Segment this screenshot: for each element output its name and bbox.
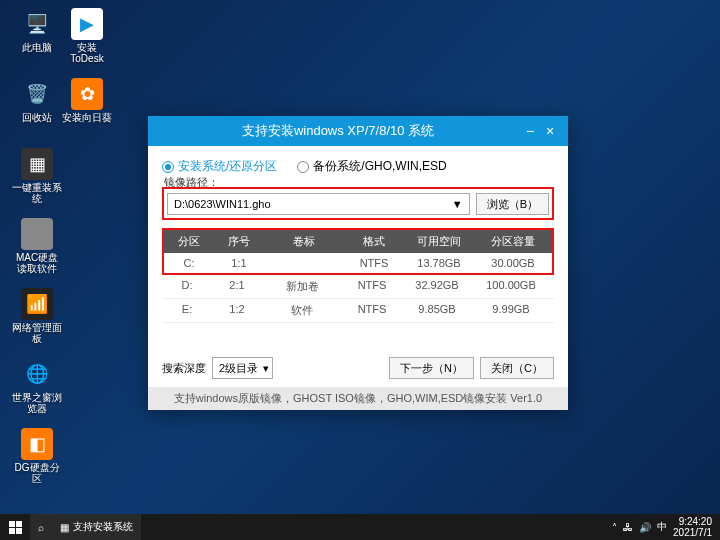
app-icon: ▦ [60,522,69,533]
path-label: 镜像路径： [164,175,219,190]
col-header: 可用空间 [404,234,474,249]
tray-network-icon[interactable]: 🖧 [623,522,633,533]
col-header: 卷标 [264,234,344,249]
radio-icon [162,161,174,173]
close-dialog-button[interactable]: 关闭（C） [480,357,554,379]
image-path-row: 镜像路径： D:\0623\WIN11.gho ▼ 浏览（B） [162,187,554,220]
desktop-icon-2[interactable]: 🗑️回收站 [12,78,62,123]
title-bar[interactable]: 支持安装windows XP/7/8/10 系统 − × [148,116,568,146]
close-button[interactable]: × [540,123,560,139]
minimize-button[interactable]: − [520,123,540,139]
col-header: 序号 [214,234,264,249]
taskbar-clock[interactable]: 9:24:20 2021/7/1 [673,516,712,538]
partition-table: 分区序号卷标格式可用空间分区容量 C:1:1NTFS13.78GB30.00GB… [162,228,554,343]
tray-ime-icon[interactable]: 中 [657,520,667,534]
desktop-icon-1[interactable]: ▶安装ToDesk [62,8,112,64]
col-header: 分区容量 [474,234,552,249]
col-header: 格式 [344,234,404,249]
radio-backup[interactable]: 备份系统/GHO,WIN,ESD [297,158,446,175]
col-header: 分区 [164,234,214,249]
table-row[interactable]: D:2:1新加卷NTFS32.92GB100.00GB [162,275,554,299]
image-path-dropdown[interactable]: D:\0623\WIN11.gho ▼ [167,193,470,215]
browse-button[interactable]: 浏览（B） [476,193,549,215]
desktop-icon-8[interactable]: ◧DG硬盘分区 [12,428,62,484]
tray-volume-icon[interactable]: 🔊 [639,522,651,533]
chevron-down-icon: ▼ [452,198,463,210]
desktop-icon-6[interactable]: 📶网络管理面板 [12,288,62,344]
taskbar-search[interactable]: ⌕ [30,514,52,540]
radio-install-restore[interactable]: 安装系统/还原分区 [162,158,277,175]
tray-up-icon[interactable]: ˄ [612,522,617,533]
desktop-icon-3[interactable]: ✿安装向日葵 [62,78,112,123]
table-row[interactable]: C:1:1NTFS13.78GB30.00GB [162,253,554,275]
radio-icon [297,161,309,173]
desktop-icon-4[interactable]: ▦一键重装系统 [12,148,62,204]
installer-dialog: 支持安装windows XP/7/8/10 系统 − × 安装系统/还原分区 备… [148,116,568,410]
next-button[interactable]: 下一步（N） [389,357,474,379]
taskbar: ⌕ ▦ 支持安装系统 ˄ 🖧 🔊 中 9:24:20 2021/7/1 [0,514,720,540]
window-title: 支持安装windows XP/7/8/10 系统 [156,122,520,140]
table-row[interactable]: E:1:2软件NTFS9.85GB9.99GB [162,299,554,323]
search-depth-label: 搜索深度 [162,361,206,376]
desktop-icon-0[interactable]: 🖥️此电脑 [12,8,62,53]
desktop-icon-5[interactable]: MAC硬盘读取软件 [12,218,62,274]
status-bar: 支持windows原版镜像，GHOST ISO镜像，GHO,WIM,ESD镜像安… [148,387,568,410]
taskbar-app-installer[interactable]: ▦ 支持安装系统 [52,514,141,540]
start-button[interactable] [0,514,30,540]
table-header: 分区序号卷标格式可用空间分区容量 [162,228,554,253]
desktop-icon-7[interactable]: 🌐世界之窗浏览器 [12,358,62,414]
search-depth-select[interactable]: 2级目录 [212,357,273,379]
